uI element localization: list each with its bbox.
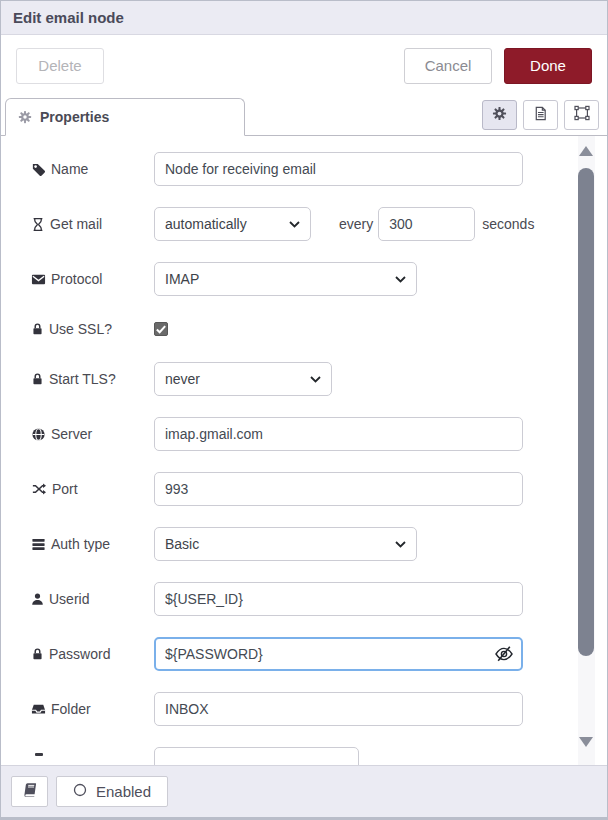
start-tls-select[interactable]: never (154, 362, 332, 396)
appearance-button[interactable] (564, 100, 599, 130)
use-ssl-label: Use SSL? (31, 321, 154, 337)
eye-slash-icon[interactable] (494, 644, 514, 664)
delete-button[interactable]: Delete (16, 48, 104, 84)
enabled-label: Enabled (96, 783, 151, 800)
userid-label: Userid (31, 591, 154, 607)
every-label: every (339, 216, 373, 232)
scroll-down-arrow-icon[interactable] (579, 737, 593, 747)
server-input[interactable] (154, 417, 523, 451)
edit-email-node-dialog: Edit email node Delete Cancel Done Prope… (0, 0, 608, 820)
docs-button[interactable] (11, 776, 48, 807)
dialog-header: Edit email node (1, 1, 607, 35)
description-button[interactable] (523, 100, 558, 130)
book-icon (22, 782, 38, 801)
user-icon (31, 592, 44, 606)
port-label: Port (31, 481, 154, 497)
form-row-server: Server (31, 417, 567, 451)
get-mail-label: Get mail (31, 216, 154, 232)
form-row-folder: Folder (31, 692, 567, 726)
cancel-button[interactable]: Cancel (404, 48, 492, 84)
object-group-icon (574, 105, 590, 125)
chevron-down-icon (289, 221, 300, 228)
protocol-select[interactable]: IMAP (154, 262, 417, 296)
password-label: Password (31, 646, 154, 662)
check-icon (156, 320, 166, 338)
inbox-icon (31, 702, 46, 716)
lock-icon (31, 322, 44, 336)
use-ssl-checkbox[interactable] (154, 322, 168, 336)
chevron-down-icon (395, 276, 406, 283)
circle-status-icon (73, 783, 87, 800)
gear-icon (18, 110, 32, 124)
enabled-toggle-button[interactable]: Enabled (56, 776, 168, 807)
folder-input[interactable] (154, 692, 523, 726)
server-bars-icon (31, 537, 46, 552)
action-button-bar: Delete Cancel Done (1, 35, 607, 96)
protocol-label: Protocol (31, 271, 154, 287)
gear-icon (492, 106, 507, 125)
server-label: Server (31, 426, 154, 442)
password-field-wrap (154, 637, 523, 671)
vertical-scrollbar[interactable] (578, 136, 595, 765)
file-text-icon (533, 106, 548, 125)
userid-input[interactable] (154, 582, 523, 616)
dialog-title: Edit email node (13, 9, 124, 26)
envelope-icon (31, 272, 46, 287)
folder-label: Folder (31, 701, 154, 717)
scrollbar-thumb[interactable] (578, 168, 594, 656)
form-row-get-mail: Get mail automatically every seconds (31, 207, 567, 241)
clipped-icon (35, 753, 43, 756)
auth-type-label: Auth type (31, 536, 154, 552)
form-row-start-tls: Start TLS? never (31, 362, 567, 396)
interval-input[interactable] (378, 207, 475, 241)
done-button[interactable]: Done (504, 48, 592, 84)
get-mail-select[interactable]: automatically (154, 207, 311, 241)
lock-icon (31, 372, 44, 386)
form-row-protocol: Protocol IMAP (31, 262, 567, 296)
dialog-footer: Enabled (1, 765, 607, 817)
form-row-port: Port (31, 472, 567, 506)
chevron-down-icon (310, 376, 321, 383)
hourglass-icon (31, 217, 45, 232)
tag-icon (31, 162, 46, 177)
clipped-input[interactable] (154, 747, 359, 765)
form-row-password: Password (31, 637, 567, 671)
shuffle-icon (31, 482, 47, 496)
lock-icon (31, 647, 44, 661)
start-tls-label: Start TLS? (31, 371, 154, 387)
tab-properties[interactable]: Properties (5, 98, 245, 136)
name-label: Name (31, 161, 154, 177)
properties-gear-button[interactable] (482, 100, 517, 130)
seconds-label: seconds (482, 216, 534, 232)
tab-toolbar (482, 100, 599, 135)
name-input[interactable] (154, 152, 523, 186)
tab-properties-label: Properties (40, 109, 109, 125)
auth-type-select[interactable]: Basic (154, 527, 417, 561)
form-row-userid: Userid (31, 582, 567, 616)
form-row-auth-type: Auth type Basic (31, 527, 567, 561)
form-row-partial (31, 747, 567, 765)
form-row-name: Name (31, 152, 567, 186)
chevron-down-icon (395, 541, 406, 548)
scroll-up-arrow-icon[interactable] (579, 146, 593, 156)
password-input[interactable] (154, 637, 523, 671)
tab-bar: Properties (1, 96, 607, 136)
globe-icon (31, 427, 46, 442)
properties-form: Name Get mail automatically (1, 136, 607, 765)
form-row-use-ssl: Use SSL? (31, 317, 567, 341)
port-input[interactable] (154, 472, 523, 506)
